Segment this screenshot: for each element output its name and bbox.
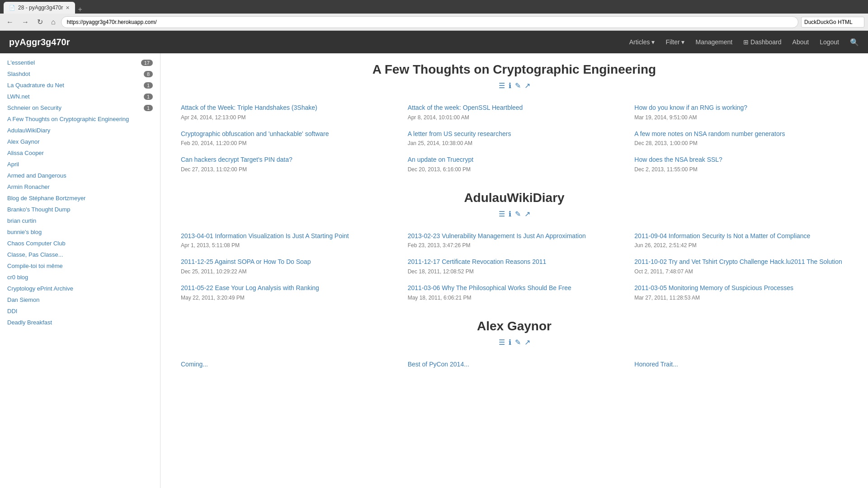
external-icon[interactable]: ↗ [524,210,530,218]
article-title[interactable]: Honored Trait... [634,360,848,369]
info-icon[interactable]: ℹ [509,338,511,347]
sidebar-item[interactable]: A Few Thoughts on Cryptographic Engineer… [0,113,160,125]
home-button[interactable]: ⌂ [48,16,58,28]
article-title[interactable]: 2011-10-02 Try and Vet Tshirt Crypto Cha… [634,258,848,267]
search-bar[interactable] [801,17,864,28]
active-tab[interactable]: 📄 28 - pyAggr3g470r ✕ [4,2,75,14]
article-cell: How does the NSA break SSL?Dec 2, 2013, … [627,151,854,177]
list-icon[interactable]: ☰ [499,338,505,347]
feed-section-title: Alex Gaynor [174,319,854,333]
sidebar-item[interactable]: Deadly Breakfast [0,317,160,328]
article-title[interactable]: A few more notes on NSA random number ge… [634,130,848,139]
sidebar-badge: 8 [144,71,153,77]
article-title[interactable]: How do you know if an RNG is working? [634,103,848,113]
article-date: Mar 19, 2014, 9:51:00 AM [634,114,848,121]
article-title[interactable]: Attack of the Week: Triple Handshakes (3… [181,103,394,113]
article-cell: Coming... [174,356,401,375]
article-title[interactable]: Best of PyCon 2014... [408,360,621,369]
external-icon[interactable]: ↗ [524,338,530,347]
forward-button[interactable]: → [19,16,32,28]
sidebar-item[interactable]: AdulauWikiDiary [0,125,160,136]
sidebar-item[interactable]: bunnie's blog [0,226,160,238]
edit-icon[interactable]: ✎ [515,81,521,90]
article-title[interactable]: 2011-12-25 Against SOPA or How To Do Soa… [181,258,394,267]
article-date: May 18, 2011, 6:06:21 PM [408,295,621,301]
article-title[interactable]: 2011-09-04 Information Security Is Not a… [634,232,848,241]
sidebar-item-label: cr0 blog [7,274,28,281]
edit-icon[interactable]: ✎ [515,338,521,347]
info-icon[interactable]: ℹ [509,81,511,90]
article-title[interactable]: Coming... [181,360,394,369]
back-button[interactable]: ← [4,16,16,28]
sidebar-item[interactable]: Alissa Cooper [0,147,160,159]
article-title[interactable]: 2011-03-06 Why The Philosophical Works S… [408,284,621,293]
article-cell: Can hackers decrypt Target's PIN data?De… [174,151,401,177]
sidebar-item-label: brian curtin [7,217,36,224]
article-date: Oct 2, 2011, 7:48:07 AM [634,268,848,275]
sidebar-item-label: Blog de Stéphane Bortzmeyer [7,195,85,202]
nav-filter[interactable]: Filter ▾ [665,38,684,46]
info-icon[interactable]: ℹ [509,210,511,218]
sidebar-item-label: A Few Thoughts on Cryptographic Engineer… [7,116,129,122]
sidebar-item[interactable]: Blog de Stéphane Bortzmeyer [0,192,160,204]
sidebar-item[interactable]: brian curtin [0,215,160,226]
nav-about[interactable]: About [793,38,809,46]
sidebar-badge: 1 [144,105,153,111]
article-title[interactable]: Attack of the week: OpenSSL Heartbleed [408,103,621,113]
article-title[interactable]: 2013-02-23 Vulnerability Management Is J… [408,232,621,241]
article-title[interactable]: Can hackers decrypt Target's PIN data? [181,155,394,164]
sidebar-item-label: Alex Gaynor [7,138,40,145]
article-cell: Attack of the week: OpenSSL HeartbleedAp… [401,99,628,125]
list-icon[interactable]: ☰ [499,210,505,218]
nav-dashboard[interactable]: ⊞ Dashboard [743,38,781,46]
nav-management[interactable]: Management [695,38,732,46]
sidebar-item[interactable]: Armed and Dangerous [0,170,160,181]
sidebar-item-label: Branko's Thought Dump [7,206,71,213]
sidebar-item[interactable]: April [0,159,160,170]
browser-icons [801,17,864,28]
article-date: Apr 24, 2014, 12:13:00 PM [181,114,394,121]
tab-close-button[interactable]: ✕ [66,5,70,11]
nav-articles[interactable]: Articles ▾ [629,38,655,46]
sidebar-item[interactable]: Branko's Thought Dump [0,204,160,215]
article-title[interactable]: How does the NSA break SSL? [634,155,848,164]
reload-button[interactable]: ↻ [34,16,46,28]
external-icon[interactable]: ↗ [524,81,530,90]
sidebar-item[interactable]: Chaos Computer Club [0,238,160,249]
article-title[interactable]: 2011-12-17 Certificate Revocation Reason… [408,258,621,267]
sidebar-badge: 1 [144,82,153,89]
sidebar-item[interactable]: Dan Siemon [0,294,160,305]
sidebar-item[interactable]: Cryptology ePrint Archive [0,283,160,294]
edit-icon[interactable]: ✎ [515,210,521,218]
content-area: A Few Thoughts on Cryptographic Engineer… [160,53,868,488]
address-bar[interactable] [61,16,798,28]
sidebar-item[interactable]: Alex Gaynor [0,136,160,147]
sidebar-item[interactable]: Armin Ronacher [0,181,160,192]
sidebar-item[interactable]: Compile-toi toi même [0,260,160,272]
sidebar-item[interactable]: Slashdot8 [0,68,160,80]
sidebar-item[interactable]: DDI [0,305,160,317]
sidebar-item[interactable]: cr0 blog [0,272,160,283]
article-cell: 2011-10-02 Try and Vet Tshirt Crypto Cha… [627,253,854,279]
article-title[interactable]: An update on Truecrypt [408,155,621,164]
search-icon[interactable]: 🔍 [850,38,859,47]
article-date: Dec 2, 2013, 11:55:00 PM [634,166,848,173]
sidebar-item[interactable]: L'essentiel17 [0,57,160,68]
main-layout: L'essentiel17Slashdot8La Quadrature du N… [0,53,868,488]
sidebar-item[interactable]: Classe, Pas Classe... [0,249,160,260]
article-title[interactable]: 2011-03-05 Monitoring Memory of Suspicio… [634,284,848,293]
tab-title: 28 - pyAggr3g470r [18,5,63,11]
article-title[interactable]: Cryptographic obfuscation and 'unhackabl… [181,130,394,139]
list-icon[interactable]: ☰ [499,81,505,90]
article-cell: A few more notes on NSA random number ge… [627,125,854,151]
sidebar-item[interactable]: LWN.net1 [0,91,160,102]
sidebar-item-label: L'essentiel [7,59,35,66]
article-title[interactable]: A letter from US security researchers [408,130,621,139]
sidebar-item[interactable]: Schneier on Security1 [0,102,160,113]
nav-logout[interactable]: Logout [820,38,839,46]
article-cell: Honored Trait... [627,356,854,375]
sidebar-item[interactable]: La Quadrature du Net1 [0,80,160,91]
new-tab-button[interactable]: + [75,5,85,14]
article-title[interactable]: 2013-04-01 Information Visualization Is … [181,232,394,241]
article-title[interactable]: 2011-05-22 Ease Your Log Analysis with R… [181,284,394,293]
